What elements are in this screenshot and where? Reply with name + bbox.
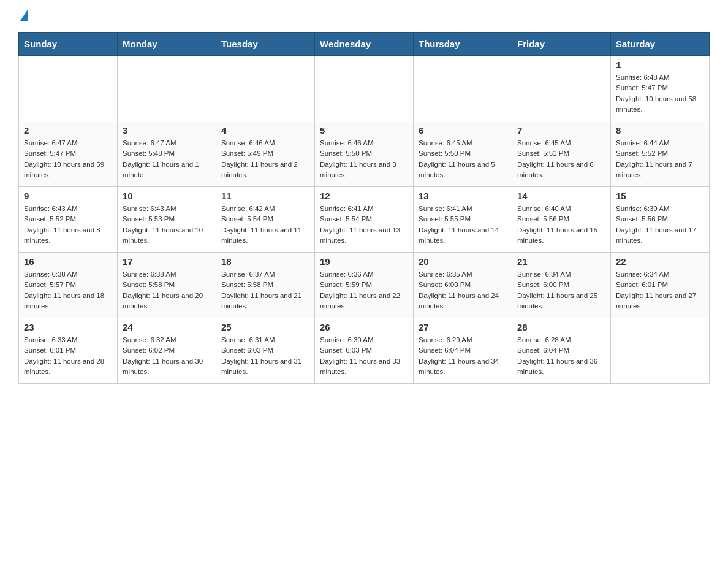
day-header-tuesday: Tuesday	[216, 33, 315, 56]
day-number: 19	[320, 256, 408, 267]
calendar-cell: 16Sunrise: 6:38 AMSunset: 5:57 PMDayligh…	[19, 253, 118, 318]
calendar-cell	[512, 56, 611, 121]
day-header-wednesday: Wednesday	[315, 33, 414, 56]
calendar-week-2: 2Sunrise: 6:47 AMSunset: 5:47 PMDaylight…	[19, 121, 710, 187]
day-info: Sunrise: 6:46 AMSunset: 5:50 PMDaylight:…	[320, 138, 408, 180]
day-info: Sunrise: 6:32 AMSunset: 6:02 PMDaylight:…	[123, 335, 211, 377]
day-number: 27	[419, 322, 507, 332]
day-info: Sunrise: 6:30 AMSunset: 6:03 PMDaylight:…	[320, 335, 408, 377]
day-info: Sunrise: 6:31 AMSunset: 6:03 PMDaylight:…	[221, 335, 309, 377]
day-info: Sunrise: 6:48 AMSunset: 5:47 PMDaylight:…	[616, 72, 704, 115]
calendar-cell	[118, 56, 216, 121]
day-number: 11	[221, 191, 309, 201]
day-info: Sunrise: 6:34 AMSunset: 6:01 PMDaylight:…	[616, 269, 704, 312]
day-number: 1	[616, 59, 704, 70]
calendar-cell: 8Sunrise: 6:44 AMSunset: 5:52 PMDaylight…	[611, 121, 710, 187]
calendar-cell: 24Sunrise: 6:32 AMSunset: 6:02 PMDayligh…	[118, 318, 216, 384]
day-info: Sunrise: 6:46 AMSunset: 5:49 PMDaylight:…	[221, 138, 309, 180]
day-info: Sunrise: 6:33 AMSunset: 6:01 PMDaylight:…	[24, 335, 112, 377]
calendar-header: SundayMondayTuesdayWednesdayThursdayFrid…	[19, 33, 710, 56]
day-header-friday: Friday	[512, 33, 611, 56]
day-info: Sunrise: 6:29 AMSunset: 6:04 PMDaylight:…	[419, 335, 507, 377]
calendar-cell: 17Sunrise: 6:38 AMSunset: 5:58 PMDayligh…	[118, 253, 216, 318]
day-number: 23	[24, 322, 112, 332]
logo-top	[18, 12, 28, 21]
calendar-week-3: 9Sunrise: 6:43 AMSunset: 5:52 PMDaylight…	[19, 187, 710, 253]
day-info: Sunrise: 6:35 AMSunset: 6:00 PMDaylight:…	[419, 269, 507, 312]
calendar-week-5: 23Sunrise: 6:33 AMSunset: 6:01 PMDayligh…	[19, 318, 710, 384]
calendar-cell: 19Sunrise: 6:36 AMSunset: 5:59 PMDayligh…	[315, 253, 414, 318]
day-number: 6	[419, 125, 507, 136]
calendar-cell: 26Sunrise: 6:30 AMSunset: 6:03 PMDayligh…	[315, 318, 414, 384]
calendar-week-4: 16Sunrise: 6:38 AMSunset: 5:57 PMDayligh…	[19, 253, 710, 318]
calendar-cell: 14Sunrise: 6:40 AMSunset: 5:56 PMDayligh…	[512, 187, 611, 253]
calendar-cell: 20Sunrise: 6:35 AMSunset: 6:00 PMDayligh…	[414, 253, 512, 318]
day-number: 16	[24, 256, 112, 267]
day-header-sunday: Sunday	[19, 33, 118, 56]
calendar-cell: 11Sunrise: 6:42 AMSunset: 5:54 PMDayligh…	[216, 187, 315, 253]
calendar-cell	[611, 318, 710, 384]
calendar-cell: 18Sunrise: 6:37 AMSunset: 5:58 PMDayligh…	[216, 253, 315, 318]
day-number: 24	[123, 322, 211, 332]
day-info: Sunrise: 6:47 AMSunset: 5:47 PMDaylight:…	[24, 138, 112, 180]
calendar-body: 1Sunrise: 6:48 AMSunset: 5:47 PMDaylight…	[19, 56, 710, 384]
calendar-cell: 21Sunrise: 6:34 AMSunset: 6:00 PMDayligh…	[512, 253, 611, 318]
day-info: Sunrise: 6:43 AMSunset: 5:52 PMDaylight:…	[24, 204, 112, 246]
calendar-cell	[19, 56, 118, 121]
calendar-cell: 25Sunrise: 6:31 AMSunset: 6:03 PMDayligh…	[216, 318, 315, 384]
calendar-cell	[414, 56, 512, 121]
day-number: 8	[616, 125, 704, 136]
calendar-cell: 6Sunrise: 6:45 AMSunset: 5:50 PMDaylight…	[414, 121, 512, 187]
calendar-cell: 1Sunrise: 6:48 AMSunset: 5:47 PMDaylight…	[611, 56, 710, 121]
day-number: 9	[24, 191, 112, 201]
day-info: Sunrise: 6:36 AMSunset: 5:59 PMDaylight:…	[320, 269, 408, 312]
day-header-thursday: Thursday	[414, 33, 512, 56]
calendar-cell: 13Sunrise: 6:41 AMSunset: 5:55 PMDayligh…	[414, 187, 512, 253]
logo	[18, 12, 28, 20]
day-info: Sunrise: 6:40 AMSunset: 5:56 PMDaylight:…	[517, 204, 605, 246]
day-number: 18	[221, 256, 309, 267]
day-info: Sunrise: 6:34 AMSunset: 6:00 PMDaylight:…	[517, 269, 605, 312]
day-number: 17	[123, 256, 211, 267]
calendar-cell: 5Sunrise: 6:46 AMSunset: 5:50 PMDaylight…	[315, 121, 414, 187]
calendar-cell: 27Sunrise: 6:29 AMSunset: 6:04 PMDayligh…	[414, 318, 512, 384]
calendar-week-1: 1Sunrise: 6:48 AMSunset: 5:47 PMDaylight…	[19, 56, 710, 121]
calendar-cell	[216, 56, 315, 121]
day-number: 20	[419, 256, 507, 267]
day-number: 28	[517, 322, 605, 332]
days-of-week-row: SundayMondayTuesdayWednesdayThursdayFrid…	[19, 33, 710, 56]
day-info: Sunrise: 6:45 AMSunset: 5:50 PMDaylight:…	[419, 138, 507, 180]
day-info: Sunrise: 6:42 AMSunset: 5:54 PMDaylight:…	[221, 204, 309, 246]
day-info: Sunrise: 6:43 AMSunset: 5:53 PMDaylight:…	[123, 204, 211, 246]
day-info: Sunrise: 6:28 AMSunset: 6:04 PMDaylight:…	[517, 335, 605, 377]
day-info: Sunrise: 6:38 AMSunset: 5:57 PMDaylight:…	[24, 269, 112, 312]
day-number: 10	[123, 191, 211, 201]
day-number: 12	[320, 191, 408, 201]
day-info: Sunrise: 6:39 AMSunset: 5:56 PMDaylight:…	[616, 204, 704, 246]
day-info: Sunrise: 6:44 AMSunset: 5:52 PMDaylight:…	[616, 138, 704, 180]
day-number: 14	[517, 191, 605, 201]
calendar-cell: 12Sunrise: 6:41 AMSunset: 5:54 PMDayligh…	[315, 187, 414, 253]
day-number: 2	[24, 125, 112, 136]
day-info: Sunrise: 6:47 AMSunset: 5:48 PMDaylight:…	[123, 138, 211, 180]
calendar-cell: 10Sunrise: 6:43 AMSunset: 5:53 PMDayligh…	[118, 187, 216, 253]
day-info: Sunrise: 6:37 AMSunset: 5:58 PMDaylight:…	[221, 269, 309, 312]
day-info: Sunrise: 6:41 AMSunset: 5:55 PMDaylight:…	[419, 204, 507, 246]
day-number: 26	[320, 322, 408, 332]
page-header	[18, 12, 710, 20]
calendar-cell: 15Sunrise: 6:39 AMSunset: 5:56 PMDayligh…	[611, 187, 710, 253]
day-number: 7	[517, 125, 605, 136]
day-number: 13	[419, 191, 507, 201]
calendar-cell: 22Sunrise: 6:34 AMSunset: 6:01 PMDayligh…	[611, 253, 710, 318]
calendar-cell: 7Sunrise: 6:45 AMSunset: 5:51 PMDaylight…	[512, 121, 611, 187]
day-info: Sunrise: 6:41 AMSunset: 5:54 PMDaylight:…	[320, 204, 408, 246]
day-header-monday: Monday	[118, 33, 216, 56]
calendar-cell: 2Sunrise: 6:47 AMSunset: 5:47 PMDaylight…	[19, 121, 118, 187]
calendar-cell: 3Sunrise: 6:47 AMSunset: 5:48 PMDaylight…	[118, 121, 216, 187]
calendar-cell: 9Sunrise: 6:43 AMSunset: 5:52 PMDaylight…	[19, 187, 118, 253]
day-number: 15	[616, 191, 704, 201]
calendar-cell: 4Sunrise: 6:46 AMSunset: 5:49 PMDaylight…	[216, 121, 315, 187]
day-number: 4	[221, 125, 309, 136]
day-number: 25	[221, 322, 309, 332]
day-number: 5	[320, 125, 408, 136]
